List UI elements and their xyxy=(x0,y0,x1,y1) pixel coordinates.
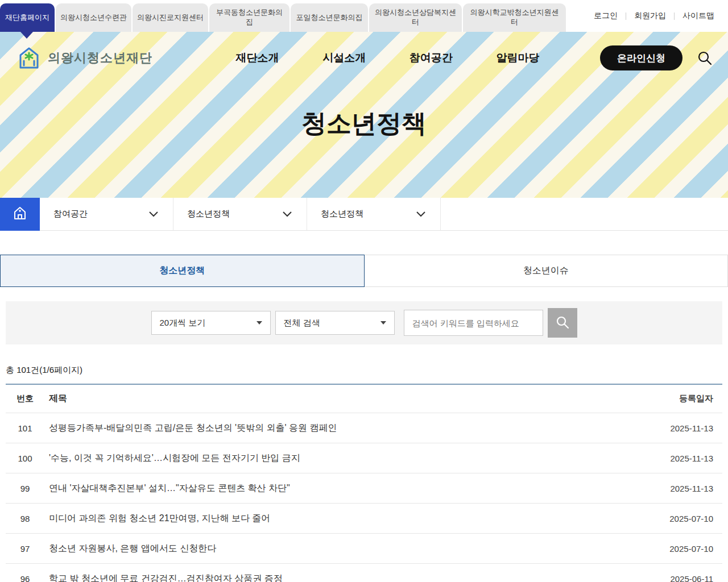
online-apply-button[interactable]: 온라인신청 xyxy=(600,45,682,70)
nav-facility-intro[interactable]: 시설소개 xyxy=(322,51,366,65)
row-title-link[interactable]: 학교 밖 청소년에 무료 건강검진…검진참여자 상품권 증정 xyxy=(44,573,648,582)
table-row: 100 '수능, 이것 꼭 기억하세요'…시험장에 모든 전자기기 반입 금지 … xyxy=(6,443,722,473)
select-arrow-icon xyxy=(257,321,262,325)
table-header-row: 번호 제목 등록일자 xyxy=(6,385,722,413)
row-number: 101 xyxy=(6,423,44,433)
search-submit-button[interactable] xyxy=(548,308,577,338)
row-number: 100 xyxy=(6,454,44,463)
row-number: 97 xyxy=(6,544,44,554)
content-tabs: 청소년정책 청소년이슈 xyxy=(0,255,728,287)
row-date: 2025-06-11 xyxy=(648,574,722,582)
row-title-link[interactable]: 성평등가족부-배달의민족 고립/은둔 청소년의 '뜻밖의 외출' 응원 캠페인 xyxy=(44,422,648,434)
utility-links: 로그인 회원가입 사이트맵 xyxy=(594,0,728,32)
signup-link[interactable]: 회원가입 xyxy=(634,11,666,21)
search-icon[interactable] xyxy=(697,51,712,65)
breadcrumb-home-button[interactable] xyxy=(0,198,40,231)
row-number: 98 xyxy=(6,514,44,523)
column-header-no: 번호 xyxy=(6,393,44,404)
site-tabs: 재단홈페이지 의왕시청소년수련관 의왕시진로지원센터 부곡동청소년문화의집 포일… xyxy=(0,0,567,32)
table-row: 96 학교 밖 청소년에 무료 건강검진…검진참여자 상품권 증정 2025-0… xyxy=(6,564,722,582)
keyword-search-input[interactable] xyxy=(404,310,543,336)
utility-separator xyxy=(674,13,675,20)
sitemap-link[interactable]: 사이트맵 xyxy=(682,11,714,21)
row-number: 99 xyxy=(6,484,44,493)
page-size-select[interactable]: 20개씩 보기 xyxy=(151,311,271,335)
table-row: 101 성평등가족부-배달의민족 고립/은둔 청소년의 '뜻밖의 외출' 응원 … xyxy=(6,413,722,443)
login-link[interactable]: 로그인 xyxy=(594,11,618,21)
tab-youth-policy[interactable]: 청소년정책 xyxy=(0,255,365,287)
main-nav: 재단소개 시설소개 참여공간 알림마당 xyxy=(192,51,583,65)
column-header-date: 등록일자 xyxy=(648,393,722,404)
table-row: 97 청소년 자원봉사, 은행 앱에서도 신청한다 2025-07-10 xyxy=(6,534,722,564)
page-size-value: 20개씩 보기 xyxy=(160,318,206,329)
page-title: 청소년정책 xyxy=(0,107,728,140)
table-row: 98 미디어 과의존 위험 청소년 21만여명, 지난해 보다 줄어 2025-… xyxy=(6,504,722,534)
row-date: 2025-11-13 xyxy=(648,484,722,493)
site-tab-poil-culture-house[interactable]: 포일청소년문화의집 xyxy=(291,3,368,32)
hero-banner: 의왕시청소년재단 재단소개 시설소개 참여공간 알림마당 온라인신청 청소년정책 xyxy=(0,32,728,198)
nav-news[interactable]: 알림마당 xyxy=(496,51,539,65)
search-button-icon xyxy=(556,315,569,331)
site-logo[interactable]: 의왕시청소년재단 xyxy=(16,45,152,71)
table-row: 99 연내 '자살대책추진본부' 설치…"자살유도 콘텐츠 확산 차단" 202… xyxy=(6,473,722,504)
search-scope-value: 전체 검색 xyxy=(284,318,320,329)
breadcrumb-label: 청소년정책 xyxy=(187,209,230,219)
board-table: 번호 제목 등록일자 101 성평등가족부-배달의민족 고립/은둔 청소년의 '… xyxy=(6,384,722,582)
chevron-down-icon xyxy=(283,209,292,219)
breadcrumb-label: 청소년정책 xyxy=(321,209,363,219)
row-date: 2025-07-10 xyxy=(648,514,722,523)
row-title-link[interactable]: 연내 '자살대책추진본부' 설치…"자살유도 콘텐츠 확산 차단" xyxy=(44,483,648,494)
site-tab-career-center[interactable]: 의왕시진로지원센터 xyxy=(133,3,208,32)
board-total-count: 총 101건(1/6페이지) xyxy=(6,365,722,376)
breadcrumb-dropdown-2[interactable]: 청소년정책 xyxy=(173,198,307,230)
chevron-down-icon xyxy=(149,209,158,219)
tab-youth-issue[interactable]: 청소년이슈 xyxy=(364,255,728,287)
board-filter-bar: 20개씩 보기 전체 검색 xyxy=(6,301,722,344)
site-tab-youth-center[interactable]: 의왕시청소년수련관 xyxy=(56,3,131,32)
utility-separator xyxy=(626,13,626,20)
breadcrumb-dropdown-1[interactable]: 참여공간 xyxy=(40,198,173,230)
row-title-link[interactable]: 청소년 자원봉사, 은행 앱에서도 신청한다 xyxy=(44,543,648,555)
chevron-down-icon xyxy=(416,209,425,219)
foundation-logo-icon xyxy=(16,45,42,71)
logo-text: 의왕시청소년재단 xyxy=(48,49,152,66)
active-tab-pointer xyxy=(20,32,33,39)
site-tab-bugok-culture-house[interactable]: 부곡동청소년문화의집 xyxy=(209,3,289,32)
site-tab-counseling-center[interactable]: 의왕시청소년상담복지센터 xyxy=(369,3,462,32)
main-header: 의왕시청소년재단 재단소개 시설소개 참여공간 알림마당 온라인신청 xyxy=(0,32,728,84)
breadcrumb-dropdown-3[interactable]: 청소년정책 xyxy=(307,198,441,230)
search-scope-select[interactable]: 전체 검색 xyxy=(275,311,395,335)
select-arrow-icon xyxy=(380,321,386,325)
row-title-link[interactable]: '수능, 이것 꼭 기억하세요'…시험장에 모든 전자기기 반입 금지 xyxy=(44,452,648,464)
home-icon xyxy=(12,205,28,223)
breadcrumb-label: 참여공간 xyxy=(53,209,88,219)
nav-foundation-intro[interactable]: 재단소개 xyxy=(236,51,279,65)
row-number: 96 xyxy=(6,574,44,582)
top-site-bar: 재단홈페이지 의왕시청소년수련관 의왕시진로지원센터 부곡동청소년문화의집 포일… xyxy=(0,0,728,32)
site-tab-out-of-school-center[interactable]: 의왕시학교밖청소년지원센터 xyxy=(463,3,566,32)
column-header-title: 제목 xyxy=(44,393,648,405)
row-date: 2025-07-10 xyxy=(648,544,722,554)
breadcrumb: 참여공간 청소년정책 청소년정책 xyxy=(0,198,728,231)
nav-participation[interactable]: 참여공간 xyxy=(410,51,453,65)
row-title-link[interactable]: 미디어 과의존 위험 청소년 21만여명, 지난해 보다 줄어 xyxy=(44,513,648,525)
row-date: 2025-11-13 xyxy=(648,454,722,463)
site-tab-foundation-home[interactable]: 재단홈페이지 xyxy=(0,3,55,32)
row-date: 2025-11-13 xyxy=(648,423,722,433)
board-section: 총 101건(1/6페이지) 번호 제목 등록일자 101 성평등가족부-배달의… xyxy=(6,365,722,582)
